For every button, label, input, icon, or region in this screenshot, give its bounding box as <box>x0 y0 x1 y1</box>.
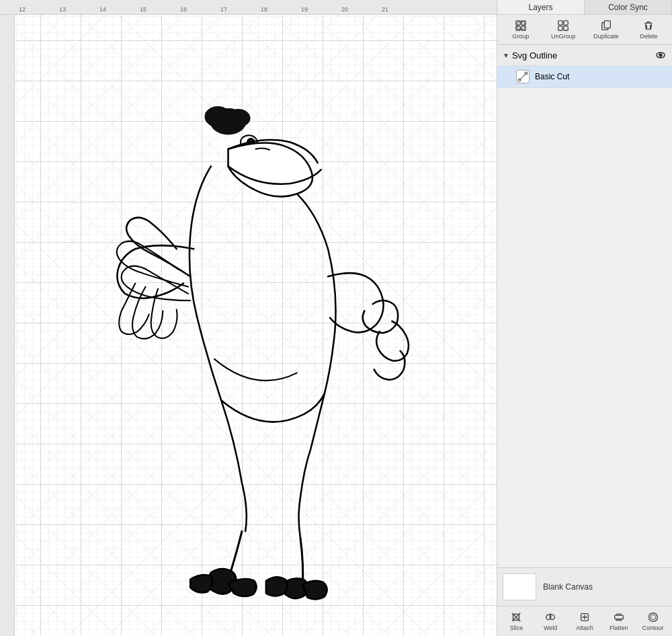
canvas-label: Blank Canvas <box>543 582 593 592</box>
svg-rect-11 <box>564 21 568 25</box>
ruler-left <box>0 15 15 636</box>
svg-rect-8 <box>521 26 526 30</box>
ruler-mark-19: 19 <box>301 6 308 13</box>
group-button[interactable]: Group <box>504 17 538 42</box>
attach-label: Attach <box>576 625 593 631</box>
svg-rect-13 <box>564 26 568 30</box>
svg-point-1 <box>206 107 230 126</box>
weld-label: Weld <box>544 625 557 631</box>
ruler-mark-18: 18 <box>261 6 267 13</box>
ruler-top: 12 13 14 15 16 17 18 19 20 21 <box>0 0 497 15</box>
tab-layers[interactable]: Layers <box>497 0 585 14</box>
layer-name: Svg Outline <box>512 50 557 61</box>
group-icon <box>515 19 527 32</box>
ruler-mark-21: 21 <box>382 6 388 13</box>
ruler-mark-14: 14 <box>99 6 106 13</box>
slice-label: Slice <box>510 625 523 631</box>
attach-icon <box>579 611 591 623</box>
slice-icon <box>510 611 522 623</box>
delete-label: Delete <box>640 33 657 40</box>
layer-item-icon <box>516 70 530 83</box>
chevron-down-icon: ▼ <box>503 52 509 59</box>
panel-toolbar: Group UnGroup Duplicate <box>497 15 672 45</box>
right-panel: Layers Color Sync Group <box>497 0 672 636</box>
svg-rect-7 <box>516 26 520 30</box>
svg-rect-6 <box>521 21 526 25</box>
svg-rect-5 <box>516 21 520 25</box>
weld-icon <box>544 611 556 623</box>
layer-header[interactable]: ▼ Svg Outline <box>497 45 672 66</box>
svg-rect-10 <box>558 21 562 25</box>
duplicate-button[interactable]: Duplicate <box>589 17 623 42</box>
svg-point-17 <box>659 54 662 56</box>
duplicate-label: Duplicate <box>593 33 619 40</box>
ungroup-label: UnGroup <box>551 33 576 40</box>
ungroup-button[interactable]: UnGroup <box>546 17 580 42</box>
ruler-mark-16: 16 <box>180 6 187 13</box>
delete-icon <box>642 19 655 32</box>
layer-item-label: Basic Cut <box>535 72 569 81</box>
ungroup-icon <box>557 19 569 32</box>
ruler-mark-12: 12 <box>19 6 26 13</box>
weld-button[interactable]: Weld <box>536 609 564 633</box>
cut-icon <box>517 71 528 82</box>
layer-item-basic-cut[interactable]: Basic Cut <box>497 66 672 88</box>
contour-label: Contour <box>642 625 664 631</box>
app-container: 12 13 14 15 16 17 18 19 20 21 <box>0 0 672 636</box>
bottom-toolbar: Slice Weld Attach <box>497 606 672 636</box>
flatten-label: Flatten <box>610 625 628 631</box>
layer-section: ▼ Svg Outline <box>497 45 672 567</box>
ruler-mark-15: 15 <box>140 6 146 13</box>
svg-rect-24 <box>614 615 623 619</box>
canvas-info: Blank Canvas <box>497 567 672 606</box>
group-label: Group <box>512 33 529 40</box>
svg-point-2 <box>228 110 250 126</box>
ruler-mark-20: 20 <box>341 6 348 13</box>
drawing-canvas <box>15 15 497 635</box>
canvas-preview <box>503 573 536 600</box>
svg-rect-12 <box>558 26 562 30</box>
duplicate-icon <box>600 19 612 32</box>
svg-rect-9 <box>517 22 524 30</box>
delete-button[interactable]: Delete <box>632 17 665 42</box>
eye-icon <box>655 50 666 61</box>
contour-button[interactable]: Contour <box>639 609 667 633</box>
panel-tabs: Layers Color Sync <box>497 0 672 15</box>
flatten-icon <box>613 611 625 623</box>
ruler-mark-17: 17 <box>220 6 227 13</box>
attach-button[interactable]: Attach <box>571 609 599 633</box>
slice-button[interactable]: Slice <box>502 609 530 633</box>
ruler-mark-13: 13 <box>59 6 66 13</box>
visibility-toggle[interactable] <box>655 49 667 61</box>
flatten-button[interactable]: Flatten <box>605 609 633 633</box>
svg-rect-15 <box>604 21 610 28</box>
svg-point-22 <box>550 614 554 619</box>
tab-color-sync[interactable]: Color Sync <box>585 0 672 14</box>
contour-icon <box>647 611 659 623</box>
canvas-area[interactable]: 12 13 14 15 16 17 18 19 20 21 <box>0 0 497 636</box>
